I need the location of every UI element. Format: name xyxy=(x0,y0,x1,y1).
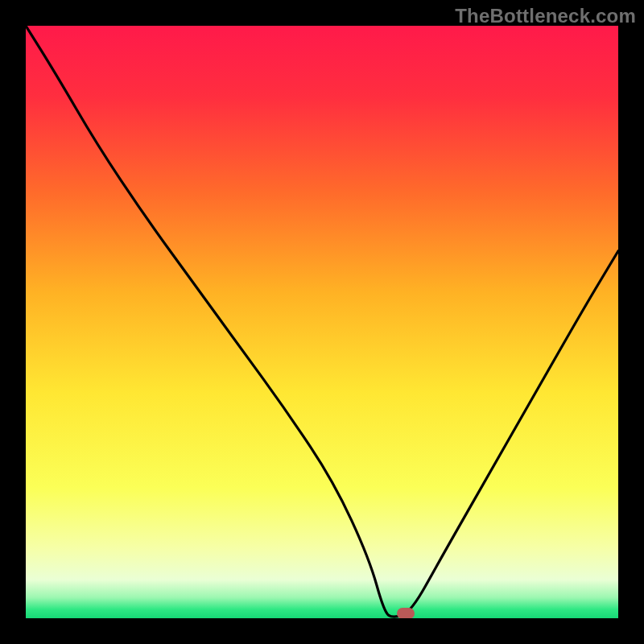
optimal-marker xyxy=(397,608,415,618)
watermark-text: TheBottleneck.com xyxy=(455,5,636,27)
gradient-background xyxy=(26,26,618,618)
chart-frame: TheBottleneck.com xyxy=(0,0,644,644)
plot-area xyxy=(26,26,618,618)
